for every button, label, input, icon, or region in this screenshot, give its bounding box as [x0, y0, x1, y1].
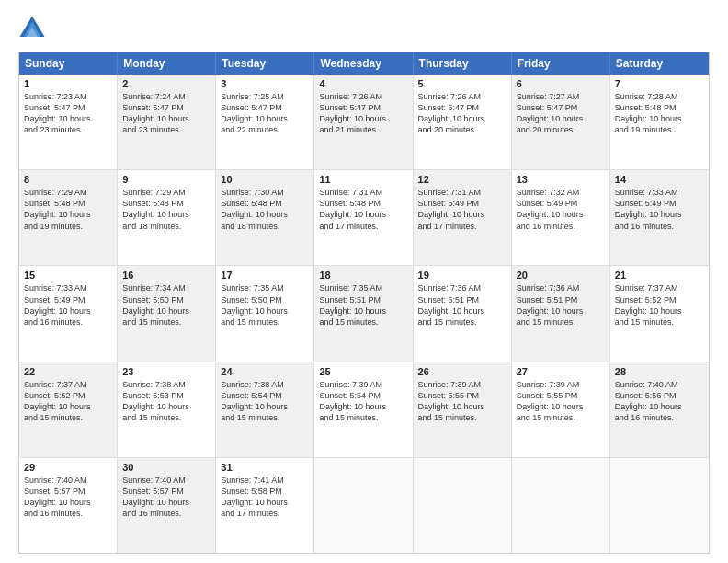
- day-info: Sunrise: 7:37 AM Sunset: 5:52 PM Dayligh…: [615, 282, 704, 327]
- calendar-week-2: 8Sunrise: 7:29 AM Sunset: 5:48 PM Daylig…: [19, 169, 709, 265]
- day-info: Sunrise: 7:31 AM Sunset: 5:48 PM Dayligh…: [319, 187, 407, 232]
- day-number: 31: [221, 462, 309, 473]
- header-day-wednesday: Wednesday: [314, 52, 413, 75]
- day-number: 29: [24, 462, 112, 473]
- calendar-cell: 4Sunrise: 7:26 AM Sunset: 5:47 PM Daylig…: [314, 75, 413, 169]
- day-info: Sunrise: 7:35 AM Sunset: 5:50 PM Dayligh…: [221, 282, 309, 327]
- day-info: Sunrise: 7:30 AM Sunset: 5:48 PM Dayligh…: [221, 187, 309, 232]
- day-info: Sunrise: 7:26 AM Sunset: 5:47 PM Dayligh…: [418, 91, 506, 136]
- day-number: 28: [615, 366, 704, 377]
- day-info: Sunrise: 7:27 AM Sunset: 5:47 PM Dayligh…: [517, 91, 605, 136]
- day-number: 10: [221, 174, 309, 185]
- calendar-week-1: 1Sunrise: 7:23 AM Sunset: 5:47 PM Daylig…: [19, 75, 709, 169]
- header-day-monday: Monday: [118, 52, 216, 75]
- calendar-cell: 16Sunrise: 7:34 AM Sunset: 5:50 PM Dayli…: [118, 266, 216, 361]
- day-info: Sunrise: 7:31 AM Sunset: 5:49 PM Dayligh…: [418, 187, 506, 232]
- header-day-sunday: Sunday: [19, 52, 118, 75]
- calendar-week-5: 29Sunrise: 7:40 AM Sunset: 5:57 PM Dayli…: [19, 457, 709, 553]
- day-info: Sunrise: 7:34 AM Sunset: 5:50 PM Dayligh…: [122, 282, 210, 327]
- calendar-cell: 10Sunrise: 7:30 AM Sunset: 5:48 PM Dayli…: [216, 170, 314, 265]
- calendar-cell: 30Sunrise: 7:40 AM Sunset: 5:57 PM Dayli…: [118, 458, 216, 553]
- day-info: Sunrise: 7:40 AM Sunset: 5:56 PM Dayligh…: [615, 379, 704, 424]
- day-info: Sunrise: 7:40 AM Sunset: 5:57 PM Dayligh…: [24, 475, 112, 520]
- header: [18, 15, 710, 42]
- day-info: Sunrise: 7:39 AM Sunset: 5:55 PM Dayligh…: [517, 379, 605, 424]
- calendar-cell: 15Sunrise: 7:33 AM Sunset: 5:49 PM Dayli…: [19, 266, 118, 361]
- day-number: 6: [517, 78, 605, 89]
- day-info: Sunrise: 7:29 AM Sunset: 5:48 PM Dayligh…: [24, 187, 112, 232]
- day-number: 4: [319, 78, 407, 89]
- day-number: 22: [24, 366, 112, 377]
- day-info: Sunrise: 7:26 AM Sunset: 5:47 PM Dayligh…: [319, 91, 407, 136]
- day-info: Sunrise: 7:32 AM Sunset: 5:49 PM Dayligh…: [517, 187, 605, 232]
- calendar-week-3: 15Sunrise: 7:33 AM Sunset: 5:49 PM Dayli…: [19, 265, 709, 361]
- header-day-friday: Friday: [512, 52, 610, 75]
- calendar-body: 1Sunrise: 7:23 AM Sunset: 5:47 PM Daylig…: [19, 75, 709, 553]
- calendar-header: SundayMondayTuesdayWednesdayThursdayFrid…: [19, 52, 709, 75]
- calendar-cell: 31Sunrise: 7:41 AM Sunset: 5:58 PM Dayli…: [216, 458, 314, 553]
- calendar-cell: 18Sunrise: 7:35 AM Sunset: 5:51 PM Dayli…: [314, 266, 413, 361]
- day-info: Sunrise: 7:36 AM Sunset: 5:51 PM Dayligh…: [517, 282, 605, 327]
- day-number: 7: [615, 78, 704, 89]
- page: SundayMondayTuesdayWednesdayThursdayFrid…: [0, 0, 728, 563]
- day-number: 3: [221, 78, 309, 89]
- calendar-cell: [314, 458, 413, 553]
- day-info: Sunrise: 7:39 AM Sunset: 5:55 PM Dayligh…: [418, 379, 506, 424]
- day-number: 5: [418, 78, 506, 89]
- day-info: Sunrise: 7:37 AM Sunset: 5:52 PM Dayligh…: [24, 379, 112, 424]
- calendar: SundayMondayTuesdayWednesdayThursdayFrid…: [18, 52, 710, 554]
- calendar-cell: 8Sunrise: 7:29 AM Sunset: 5:48 PM Daylig…: [19, 170, 118, 265]
- day-number: 25: [319, 366, 407, 377]
- logo: [18, 15, 50, 42]
- day-info: Sunrise: 7:23 AM Sunset: 5:47 PM Dayligh…: [24, 91, 112, 136]
- day-number: 9: [122, 174, 210, 185]
- header-day-saturday: Saturday: [610, 52, 709, 75]
- day-info: Sunrise: 7:35 AM Sunset: 5:51 PM Dayligh…: [319, 282, 407, 327]
- calendar-cell: 19Sunrise: 7:36 AM Sunset: 5:51 PM Dayli…: [414, 266, 512, 361]
- day-info: Sunrise: 7:39 AM Sunset: 5:54 PM Dayligh…: [319, 379, 407, 424]
- calendar-cell: 20Sunrise: 7:36 AM Sunset: 5:51 PM Dayli…: [512, 266, 610, 361]
- calendar-cell: 23Sunrise: 7:38 AM Sunset: 5:53 PM Dayli…: [118, 362, 216, 457]
- day-number: 13: [517, 174, 605, 185]
- day-number: 2: [122, 78, 210, 89]
- day-number: 19: [418, 270, 506, 281]
- calendar-cell: 2Sunrise: 7:24 AM Sunset: 5:47 PM Daylig…: [118, 75, 216, 169]
- header-day-thursday: Thursday: [414, 52, 512, 75]
- day-info: Sunrise: 7:38 AM Sunset: 5:54 PM Dayligh…: [221, 379, 309, 424]
- header-day-tuesday: Tuesday: [216, 52, 314, 75]
- day-info: Sunrise: 7:36 AM Sunset: 5:51 PM Dayligh…: [418, 282, 506, 327]
- day-number: 24: [221, 366, 309, 377]
- calendar-cell: 28Sunrise: 7:40 AM Sunset: 5:56 PM Dayli…: [610, 362, 709, 457]
- calendar-cell: 7Sunrise: 7:28 AM Sunset: 5:48 PM Daylig…: [610, 75, 709, 169]
- calendar-cell: 24Sunrise: 7:38 AM Sunset: 5:54 PM Dayli…: [216, 362, 314, 457]
- calendar-cell: 26Sunrise: 7:39 AM Sunset: 5:55 PM Dayli…: [414, 362, 512, 457]
- day-info: Sunrise: 7:33 AM Sunset: 5:49 PM Dayligh…: [615, 187, 704, 232]
- day-number: 20: [517, 270, 605, 281]
- day-info: Sunrise: 7:40 AM Sunset: 5:57 PM Dayligh…: [122, 475, 210, 520]
- calendar-cell: 22Sunrise: 7:37 AM Sunset: 5:52 PM Dayli…: [19, 362, 118, 457]
- day-number: 15: [24, 270, 112, 281]
- calendar-cell: 12Sunrise: 7:31 AM Sunset: 5:49 PM Dayli…: [414, 170, 512, 265]
- day-number: 1: [24, 78, 112, 89]
- calendar-cell: 9Sunrise: 7:29 AM Sunset: 5:48 PM Daylig…: [118, 170, 216, 265]
- calendar-week-4: 22Sunrise: 7:37 AM Sunset: 5:52 PM Dayli…: [19, 362, 709, 457]
- calendar-cell: [610, 458, 709, 553]
- day-number: 8: [24, 174, 112, 185]
- calendar-cell: 27Sunrise: 7:39 AM Sunset: 5:55 PM Dayli…: [512, 362, 610, 457]
- calendar-cell: 21Sunrise: 7:37 AM Sunset: 5:52 PM Dayli…: [610, 266, 709, 361]
- logo-icon: [18, 15, 46, 42]
- calendar-cell: 13Sunrise: 7:32 AM Sunset: 5:49 PM Dayli…: [512, 170, 610, 265]
- calendar-cell: 5Sunrise: 7:26 AM Sunset: 5:47 PM Daylig…: [414, 75, 512, 169]
- calendar-cell: [414, 458, 512, 553]
- day-number: 16: [122, 270, 210, 281]
- calendar-cell: 14Sunrise: 7:33 AM Sunset: 5:49 PM Dayli…: [610, 170, 709, 265]
- calendar-cell: 6Sunrise: 7:27 AM Sunset: 5:47 PM Daylig…: [512, 75, 610, 169]
- calendar-cell: 1Sunrise: 7:23 AM Sunset: 5:47 PM Daylig…: [19, 75, 118, 169]
- day-number: 14: [615, 174, 704, 185]
- day-info: Sunrise: 7:38 AM Sunset: 5:53 PM Dayligh…: [122, 379, 210, 424]
- calendar-cell: 17Sunrise: 7:35 AM Sunset: 5:50 PM Dayli…: [216, 266, 314, 361]
- calendar-cell: 29Sunrise: 7:40 AM Sunset: 5:57 PM Dayli…: [19, 458, 118, 553]
- calendar-cell: 25Sunrise: 7:39 AM Sunset: 5:54 PM Dayli…: [314, 362, 413, 457]
- day-info: Sunrise: 7:29 AM Sunset: 5:48 PM Dayligh…: [122, 187, 210, 232]
- day-info: Sunrise: 7:25 AM Sunset: 5:47 PM Dayligh…: [221, 91, 309, 136]
